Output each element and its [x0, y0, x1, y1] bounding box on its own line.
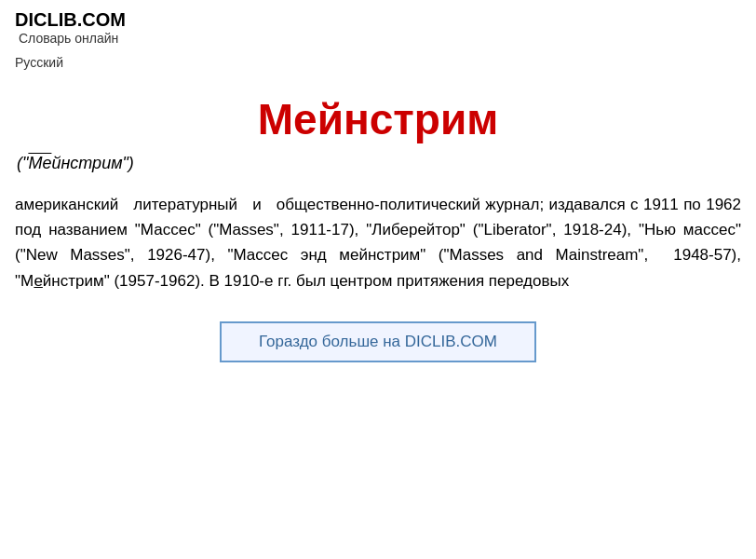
- stress-syllable: Ме: [28, 154, 51, 172]
- pronunciation: ("Мейнстрим"): [15, 154, 741, 173]
- site-title[interactable]: DICLIB.COM: [15, 9, 741, 31]
- pronunciation-text: ("Мейнстрим"): [17, 154, 134, 172]
- language-label: Русский: [0, 49, 756, 75]
- more-button-container: Гораздо больше на DICLIB.COM: [15, 321, 741, 362]
- definition-text: американский литературный и общественно-…: [15, 192, 741, 293]
- word-title: Мейнстрим: [15, 94, 741, 144]
- main-content: Мейнстрим ("Мейнстрим") американский лит…: [0, 75, 756, 381]
- more-button[interactable]: Гораздо больше на DICLIB.COM: [220, 321, 536, 362]
- site-subtitle: Словарь онлайн: [15, 31, 741, 46]
- site-header: DICLIB.COM Словарь онлайн: [0, 0, 756, 49]
